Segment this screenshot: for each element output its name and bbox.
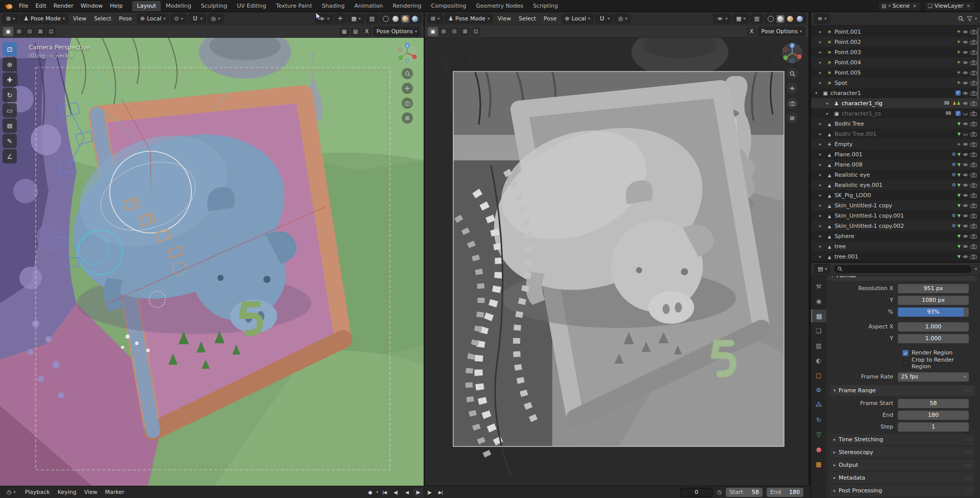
workspace-tab[interactable]: Modeling xyxy=(161,1,196,11)
disable-in-renders-camera-icon[interactable] xyxy=(970,151,977,158)
crop-to-render-region-checkbox[interactable] xyxy=(902,360,909,366)
disable-in-renders-camera-icon[interactable] xyxy=(970,172,977,178)
proportional-edit-toggle[interactable]: ◎▾ xyxy=(615,14,631,23)
hide-in-viewport-eye-icon[interactable] xyxy=(962,59,969,66)
frame-end-field[interactable]: End180 xyxy=(767,488,803,497)
shading-solid-button[interactable] xyxy=(776,15,785,23)
properties-tab[interactable]: ▽ xyxy=(811,428,826,441)
show-object-types-button[interactable]: ▾ xyxy=(713,14,731,23)
proportional-edit-toggle[interactable]: ◎▾ xyxy=(208,14,224,23)
select-mode-button[interactable]: ▣ xyxy=(3,27,13,36)
disable-in-renders-camera-icon[interactable] xyxy=(970,192,977,199)
overlays-toggle[interactable]: ▦▾ xyxy=(732,14,749,23)
workspace-tab[interactable]: Compositing xyxy=(427,1,471,11)
tool-button[interactable]: ∠ xyxy=(3,149,17,163)
frame-step-field[interactable]: 1 xyxy=(898,422,969,432)
mirror-x-toggle[interactable]: X xyxy=(747,27,757,36)
select-mode-button[interactable]: ⊡ xyxy=(471,27,481,36)
tool-option-icon[interactable]: ▦ xyxy=(339,27,350,36)
aspect-x-field[interactable]: 1.000 xyxy=(898,322,969,331)
axis-gizmo[interactable]: Z xyxy=(781,42,803,64)
resolution-percent-slider[interactable]: 93% xyxy=(898,307,969,317)
outliner-row[interactable]: ▸ Skin_Untitled-1 copy xyxy=(811,200,980,210)
disable-in-renders-camera-icon[interactable] xyxy=(970,100,977,107)
properties-tab[interactable]: ❏ xyxy=(811,324,826,337)
expand-arrow-icon[interactable]: ▸ xyxy=(819,213,824,218)
resolution-y-field[interactable]: 1080 px xyxy=(898,296,969,305)
outliner-row[interactable]: ▸ Plane.001 ⚙ xyxy=(811,149,980,159)
properties-editor-type-button[interactable]: ▤▾ xyxy=(814,264,830,274)
outliner-row[interactable]: ▸ Skin_Untitled-1 copy.002 ⚙ xyxy=(811,221,980,231)
collection-checkbox[interactable] xyxy=(955,111,961,116)
expand-arrow-icon[interactable]: ▸ xyxy=(819,233,824,239)
transform-orientation-selector[interactable]: ⊕Local▾ xyxy=(561,14,594,23)
pose-menu[interactable]: Pose xyxy=(541,14,559,23)
properties-tab[interactable]: ◉ xyxy=(811,295,826,307)
outliner-row[interactable]: ▸ Skin_Untitled-1 copy.001 ⚙ xyxy=(811,210,980,221)
select-menu[interactable]: Select xyxy=(91,14,114,23)
blender-logo-icon[interactable] xyxy=(3,2,14,11)
topbar-menu[interactable]: Help xyxy=(106,2,126,10)
transform-orientation-selector[interactable]: ⊕Local▾ xyxy=(137,14,169,23)
hide-in-viewport-eye-icon[interactable] xyxy=(962,223,969,229)
disable-in-renders-camera-icon[interactable] xyxy=(970,39,977,45)
mirror-x-toggle[interactable]: X xyxy=(362,27,372,36)
select-mode-button[interactable]: ▣ xyxy=(428,27,438,36)
disable-in-renders-camera-icon[interactable] xyxy=(970,141,977,148)
select-mode-button[interactable]: ⊞ xyxy=(14,27,24,36)
hide-in-viewport-eye-icon[interactable] xyxy=(962,182,969,188)
shading-material-button[interactable] xyxy=(786,15,794,23)
disable-in-renders-camera-icon[interactable] xyxy=(970,49,977,56)
outliner-row[interactable]: ▸ Realistic eye ⚙ xyxy=(811,170,980,180)
mode-selector[interactable]: ♟Pose Mode▾ xyxy=(445,14,493,23)
remove-view-layer-icon[interactable]: ✕ xyxy=(965,4,971,9)
timeline-menu[interactable]: Playback xyxy=(21,488,54,496)
expand-arrow-icon[interactable]: ▸ xyxy=(819,39,824,44)
tool-button[interactable]: ⊡ xyxy=(3,42,17,56)
properties-tab[interactable]: ▩ xyxy=(811,458,826,470)
properties-tab[interactable]: ⁂ xyxy=(811,398,826,411)
camera-view-button[interactable] xyxy=(787,98,798,109)
select-menu[interactable]: Select xyxy=(516,14,539,23)
expand-arrow-icon[interactable]: ▸ xyxy=(819,141,824,147)
auto-keying-button[interactable]: ● xyxy=(365,488,375,497)
tool-option-icon[interactable]: ▧ xyxy=(351,27,361,36)
properties-options-chevron-icon[interactable]: ▾ xyxy=(975,267,977,271)
select-mode-button[interactable]: ⊠ xyxy=(460,27,470,36)
properties-tab[interactable]: ⚙ xyxy=(811,384,826,396)
disable-in-renders-camera-icon[interactable] xyxy=(970,29,977,35)
hide-in-viewport-eye-icon[interactable] xyxy=(962,121,969,127)
outliner-row[interactable]: ▸ Point.004 xyxy=(811,57,980,67)
hide-in-viewport-eye-icon[interactable] xyxy=(962,202,969,209)
format-section-clipped[interactable]: ▾ Format ∷∷ xyxy=(828,276,977,281)
outliner-row[interactable]: ▸ Point.001 xyxy=(811,27,980,37)
disable-in-renders-camera-icon[interactable] xyxy=(970,223,977,229)
snap-toggle[interactable]: ▾ xyxy=(595,14,613,23)
expand-arrow-icon[interactable]: ▸ xyxy=(819,121,824,126)
disable-in-renders-camera-icon[interactable] xyxy=(970,161,977,168)
tool-button[interactable]: ✎ xyxy=(3,134,17,148)
topbar-menu[interactable]: Render xyxy=(50,2,77,10)
scene-selector[interactable]: ▧ ▾ Scene ✕ xyxy=(878,2,921,11)
shading-material-button[interactable] xyxy=(401,15,409,23)
jump-to-end-button[interactable]: ▶| xyxy=(435,488,446,497)
zoom-button[interactable] xyxy=(402,68,413,79)
tool-button[interactable]: ⊕ xyxy=(3,57,17,72)
select-mode-button[interactable]: ⊠ xyxy=(35,27,45,36)
select-mode-button[interactable]: ⊞ xyxy=(438,27,449,36)
collapsed-section-header[interactable]: ▸ Metadata ∷∷ xyxy=(830,472,975,483)
outliner-editor-type-button[interactable]: ≡▾ xyxy=(814,14,830,23)
hide-in-viewport-eye-icon[interactable] xyxy=(962,141,969,148)
outliner-row[interactable]: ▸ Plane.008 ⚙ xyxy=(811,159,980,170)
gizmos-toggle[interactable]: ✛ xyxy=(334,14,346,23)
expand-arrow-icon[interactable]: ▸ xyxy=(819,80,824,85)
pivot-point-selector[interactable]: ⊙▾ xyxy=(170,14,186,23)
workspace-tab[interactable]: Geometry Nodes xyxy=(471,1,528,11)
disable-in-renders-camera-icon[interactable] xyxy=(970,69,977,76)
current-frame-field[interactable]: 0 xyxy=(680,488,713,497)
expand-arrow-icon[interactable]: ▸ xyxy=(826,101,831,106)
hide-in-viewport-eye-icon[interactable] xyxy=(962,49,969,56)
frame-start-field[interactable]: Start58 xyxy=(726,488,763,497)
collapsed-section-header[interactable]: ▸ Post Processing ∷∷ xyxy=(830,485,975,496)
outliner-row[interactable]: ▸ tree.001 xyxy=(811,251,980,262)
